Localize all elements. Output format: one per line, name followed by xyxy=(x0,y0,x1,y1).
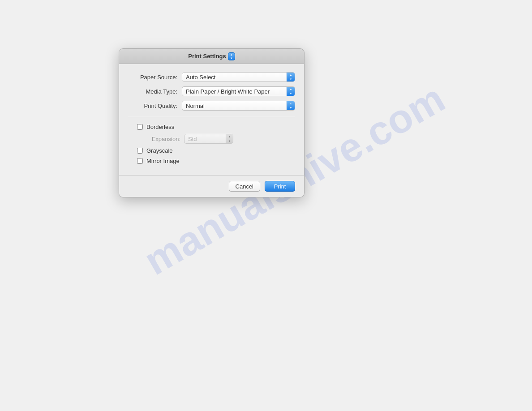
print-quality-row: Print Quality: Normal Fine SuperFine Dra… xyxy=(128,101,295,111)
paper-source-stepper[interactable]: ▲ ▼ xyxy=(287,73,295,81)
dialog-body: Paper Source: Auto Select Manual Feed Ca… xyxy=(119,64,304,175)
dialog-footer: Cancel Print xyxy=(119,175,304,197)
options-section: Borderless Expansion: Std Min Max ▲ ▼ xyxy=(128,124,295,164)
paper-source-arrow-down: ▼ xyxy=(287,77,295,81)
media-type-arrow-down: ▼ xyxy=(287,91,295,96)
print-quality-arrow-down: ▼ xyxy=(287,106,295,110)
grayscale-checkbox[interactable] xyxy=(137,148,143,154)
media-type-stepper[interactable]: ▲ ▼ xyxy=(287,87,295,96)
print-quality-select[interactable]: Normal Fine SuperFine Draft xyxy=(182,101,295,111)
title-panel-stepper[interactable]: ▲ ▼ xyxy=(228,52,235,60)
grayscale-label[interactable]: Grayscale xyxy=(146,147,173,154)
borderless-label[interactable]: Borderless xyxy=(146,124,174,130)
paper-source-select[interactable]: Auto Select Manual Feed Cassette xyxy=(182,72,295,82)
title-dropdown[interactable]: Print Settings ▲ ▼ xyxy=(188,52,235,60)
media-type-arrow-up: ▲ xyxy=(287,87,295,91)
media-type-select[interactable]: Plain Paper / Bright White Paper Matte P… xyxy=(182,86,295,96)
borderless-checkbox[interactable] xyxy=(137,124,143,130)
expansion-stepper[interactable]: ▲ ▼ xyxy=(226,134,233,143)
expansion-row: Expansion: Std Min Max ▲ ▼ xyxy=(137,134,295,144)
mirror-image-row: Mirror Image xyxy=(137,158,295,164)
stepper-down-arrow: ▼ xyxy=(228,56,235,60)
print-quality-arrow-up: ▲ xyxy=(287,101,295,106)
mirror-image-label[interactable]: Mirror Image xyxy=(146,158,180,164)
expansion-select-wrapper: Std Min Max ▲ ▼ xyxy=(184,134,233,144)
media-type-label: Media Type: xyxy=(128,88,177,95)
expansion-arrow-down: ▼ xyxy=(226,139,233,143)
paper-source-label: Paper Source: xyxy=(128,74,177,81)
print-button[interactable]: Print xyxy=(265,181,295,192)
print-quality-select-wrapper: Normal Fine SuperFine Draft ▲ ▼ xyxy=(182,101,295,111)
cancel-button[interactable]: Cancel xyxy=(229,181,260,192)
paper-source-arrow-up: ▲ xyxy=(287,73,295,77)
paper-source-select-wrapper: Auto Select Manual Feed Cassette ▲ ▼ xyxy=(182,72,295,82)
print-settings-dialog: Print Settings ▲ ▼ Paper Source: Auto Se… xyxy=(119,48,305,197)
grayscale-row: Grayscale xyxy=(137,147,295,154)
media-type-select-wrapper: Plain Paper / Bright White Paper Matte P… xyxy=(182,86,295,96)
dialog-titlebar: Print Settings ▲ ▼ xyxy=(119,49,304,64)
stepper-up-arrow: ▲ xyxy=(228,53,235,56)
print-quality-stepper[interactable]: ▲ ▼ xyxy=(287,101,295,110)
paper-source-row: Paper Source: Auto Select Manual Feed Ca… xyxy=(128,72,295,82)
section-divider xyxy=(128,117,295,117)
expansion-arrow-up: ▲ xyxy=(226,134,233,139)
dialog-title: Print Settings xyxy=(188,53,226,60)
media-type-row: Media Type: Plain Paper / Bright White P… xyxy=(128,86,295,96)
mirror-image-checkbox[interactable] xyxy=(137,158,143,164)
print-quality-label: Print Quality: xyxy=(128,103,177,109)
borderless-row: Borderless xyxy=(137,124,295,130)
expansion-label: Expansion: xyxy=(147,136,180,142)
